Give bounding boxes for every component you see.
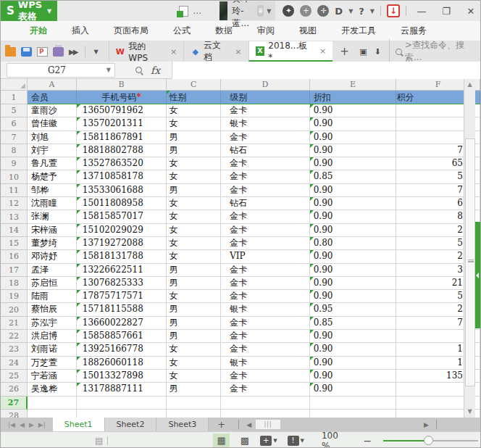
cell-level[interactable]: 金卡 bbox=[221, 330, 310, 343]
cell-phone[interactable]: 15858857661 bbox=[77, 330, 167, 343]
name-box[interactable]: G27 ▼ bbox=[7, 63, 115, 78]
chevron-down-icon[interactable]: ▼ bbox=[106, 67, 114, 73]
row-header-7[interactable]: 7 bbox=[1, 131, 28, 144]
cell-discount[interactable]: 0.90 bbox=[310, 277, 397, 290]
column-header-E[interactable]: E bbox=[310, 79, 397, 91]
cell-name[interactable]: 陆雨 bbox=[28, 290, 77, 303]
zoom-out-button[interactable]: − bbox=[359, 435, 376, 447]
sheet-tab-sheet1[interactable]: Sheet1 bbox=[53, 418, 105, 431]
cell-discount[interactable]: 0.90 bbox=[310, 264, 397, 277]
column-header-A[interactable]: A bbox=[28, 79, 77, 91]
row-header-15[interactable]: 15 bbox=[1, 237, 28, 250]
scroll-up-icon[interactable]: ▲ bbox=[464, 79, 475, 91]
cell-level[interactable]: 金卡 bbox=[221, 170, 310, 183]
cell-empty[interactable] bbox=[221, 397, 310, 410]
cell-phone[interactable]: 15811867891 bbox=[77, 131, 167, 144]
tab-cloud[interactable]: 云服务 bbox=[401, 25, 427, 37]
app-logo[interactable]: S WPS 表格 ▼ bbox=[1, 1, 57, 21]
minimize-button[interactable]: — bbox=[412, 6, 431, 17]
ellipsis-label[interactable]: … bbox=[193, 6, 202, 16]
close-button[interactable]: ✕ bbox=[461, 6, 480, 17]
cell-gender[interactable]: 男 bbox=[167, 383, 221, 396]
user-account[interactable]: 黄坤玲-蓝… ♛ ▼ bbox=[227, 1, 275, 20]
row-header-9[interactable]: 9 bbox=[1, 157, 28, 170]
cell-name[interactable]: 苏启恒 bbox=[28, 277, 77, 290]
maximize-button[interactable]: ❐ bbox=[437, 6, 456, 17]
cell-discount[interactable]: 0.90 bbox=[310, 370, 397, 383]
cell-discount[interactable]: 0.90 bbox=[310, 343, 397, 356]
cell-gender[interactable]: 女 bbox=[167, 237, 221, 250]
cell-gender[interactable]: 女 bbox=[167, 210, 221, 223]
row-header-23[interactable]: 23 bbox=[1, 343, 28, 356]
column-header-D[interactable]: D bbox=[221, 79, 310, 91]
cell-discount[interactable]: 0.90 bbox=[310, 290, 397, 303]
row-header-19[interactable]: 19 bbox=[1, 290, 28, 303]
cell-discount[interactable]: 0.85 bbox=[310, 317, 397, 330]
help-icon[interactable]: ? bbox=[359, 6, 364, 17]
cell-gender[interactable]: 男 bbox=[167, 131, 221, 144]
cell-gender[interactable]: 女 bbox=[167, 250, 221, 263]
eye-protect-icon[interactable]: ! bbox=[288, 436, 299, 446]
chevron-down-icon[interactable]: ▼ bbox=[273, 438, 277, 444]
scroll-right-icon[interactable]: ▶ bbox=[421, 421, 432, 428]
pinwheel-icon[interactable]: ✦ bbox=[283, 5, 294, 17]
cell-level[interactable]: 金卡 bbox=[221, 104, 310, 117]
tab-page-layout[interactable]: 页面布局 bbox=[114, 25, 149, 37]
header-cell-2[interactable]: 性别 bbox=[167, 91, 221, 104]
cell-discount[interactable]: 0.90 bbox=[310, 197, 397, 210]
side-panel-handle[interactable] bbox=[475, 222, 480, 328]
cell-discount[interactable]: 0.90 bbox=[310, 131, 397, 144]
doc-tab-current-workbook[interactable]: X 2018...板 * × bbox=[248, 41, 333, 62]
cell-discount[interactable]: 0.90 bbox=[310, 383, 397, 396]
tab-formulas[interactable]: 公式 bbox=[173, 25, 191, 37]
cell-gender[interactable]: 女 bbox=[167, 104, 221, 117]
scroll-left-icon[interactable]: ◀ bbox=[243, 421, 254, 428]
tab-insert[interactable]: 插入 bbox=[72, 25, 89, 37]
row-header-28[interactable]: 28 bbox=[1, 410, 28, 418]
cell-empty[interactable] bbox=[28, 410, 77, 418]
cell-gender[interactable]: 女 bbox=[167, 357, 221, 370]
cell-gender[interactable]: 女 bbox=[167, 370, 221, 383]
cell-discount[interactable]: 0.90 bbox=[310, 144, 397, 157]
cell-level[interactable]: 钻石 bbox=[221, 197, 310, 210]
row-header-25[interactable]: 25 bbox=[1, 370, 28, 383]
cell-phone[interactable]: 13570201311 bbox=[77, 117, 167, 130]
tab-review[interactable]: 审阅 bbox=[257, 25, 275, 37]
cell-gender[interactable]: 女 bbox=[167, 117, 221, 130]
zoom-slider-knob[interactable] bbox=[424, 436, 433, 445]
horizontal-scrollbar-thumb[interactable]: ||| bbox=[256, 420, 280, 429]
add-sheet-button[interactable]: + bbox=[209, 419, 234, 430]
search-stamp-icon[interactable] bbox=[135, 67, 142, 73]
scroll-down-icon[interactable]: ▼ bbox=[464, 406, 475, 418]
row-header-8[interactable]: 8 bbox=[1, 144, 28, 157]
cell-level[interactable]: 金卡 bbox=[221, 343, 310, 356]
cell-discount[interactable]: 0.90 bbox=[310, 250, 397, 263]
cell-discount[interactable]: 0.90 bbox=[310, 330, 397, 343]
cell-name[interactable]: 万芝萱 bbox=[28, 357, 77, 370]
row-header-20[interactable]: 20 bbox=[1, 303, 28, 316]
first-sheet-icon[interactable]: |◀ bbox=[8, 421, 15, 428]
cell-name[interactable]: 吴逸桦 bbox=[28, 383, 77, 396]
row-header-27[interactable]: 27 bbox=[1, 397, 28, 410]
cell-phone[interactable]: 13719272088 bbox=[77, 237, 167, 250]
row-header-10[interactable]: 10 bbox=[1, 170, 28, 183]
cell-level[interactable]: 金卡 bbox=[221, 224, 310, 237]
cell-phone[interactable]: 13925166778 bbox=[77, 343, 167, 356]
cell-gender[interactable]: 女 bbox=[167, 290, 221, 303]
cell-name[interactable]: 苏泓宇 bbox=[28, 317, 77, 330]
cell-gender[interactable]: 男 bbox=[167, 144, 221, 157]
insert-function-icon[interactable]: fx bbox=[151, 65, 160, 76]
cell-level[interactable]: 金卡 bbox=[221, 184, 310, 197]
cell-name[interactable]: 董梦绮 bbox=[28, 237, 77, 250]
cell-level[interactable]: 金卡 bbox=[221, 157, 310, 170]
cell-phone[interactable]: 13710858178 bbox=[77, 170, 167, 183]
cell-level[interactable]: 金卡 bbox=[221, 383, 310, 396]
search-box[interactable]: >查找命令、搜索... bbox=[389, 39, 480, 64]
user-avatar[interactable] bbox=[219, 1, 227, 20]
cell-level[interactable]: 银卡 bbox=[221, 357, 310, 370]
row-header-21[interactable]: 21 bbox=[1, 317, 28, 330]
header-cell-1[interactable]: 手机号码* bbox=[77, 91, 167, 104]
cell-discount[interactable]: 0.95 bbox=[310, 303, 397, 316]
row-header-13[interactable]: 13 bbox=[1, 210, 28, 223]
cell-gender[interactable]: 男 bbox=[167, 330, 221, 343]
